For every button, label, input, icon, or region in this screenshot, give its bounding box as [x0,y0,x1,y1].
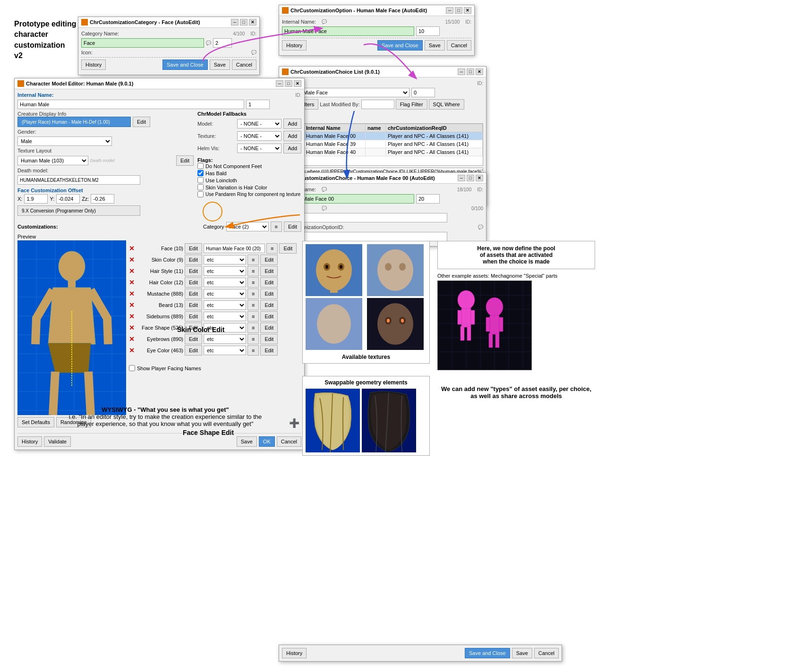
mustache-remove-btn[interactable]: ✕ [129,290,135,298]
eyebrows-remove-btn[interactable]: ✕ [129,335,135,343]
face-edit-btn[interactable]: Edit [185,243,202,254]
haircolor-remove-btn[interactable]: ✕ [129,279,135,286]
mustache-edit-btn[interactable]: Edit [185,289,202,299]
sideburns-edit-btn[interactable]: Edit [185,311,202,322]
edit-category-btn[interactable]: Edit [284,221,301,232]
save-btn[interactable]: Save [210,60,230,70]
eyebrows-edit-btn[interactable]: Edit [185,334,202,344]
close-btn[interactable]: ✕ [476,175,483,181]
flag-filter-btn[interactable]: Flag Filter [396,99,427,110]
faceshape-list-btn[interactable]: ≡ [247,323,259,333]
table-row[interactable]: 20 Human Male Face 00 Player and NPC - A… [283,132,483,140]
maximize-btn[interactable]: □ [240,19,247,26]
flag3-checkbox[interactable] [197,177,204,183]
history-btn[interactable]: History [282,40,307,51]
close-btn[interactable]: ✕ [464,7,471,14]
chr-option-id-input[interactable] [282,232,447,241]
close-btn[interactable]: ✕ [476,68,483,75]
list-view-btn[interactable]: ≡ [271,221,282,232]
cancel-btn[interactable]: Cancel [232,60,256,70]
sideburns-choice-edit-btn[interactable]: Edit [260,311,278,322]
maximize-btn[interactable]: □ [285,80,292,87]
sql-where-btn[interactable]: SQL Where [429,99,464,110]
gender-select[interactable]: Male [17,136,112,146]
creature-display-btn[interactable]: (Player Race) Human - Male Hi-Def (1.00) [17,117,131,127]
haircolor-select[interactable]: etc [204,278,246,287]
helm-add-btn[interactable]: Add [283,143,301,153]
table-row[interactable]: 15431 Human Male Face 39 Player and NPC … [283,140,483,148]
x-input[interactable] [24,194,48,204]
skin-select[interactable]: etc [204,255,246,264]
id-input[interactable] [416,194,440,204]
faceshape-remove-btn[interactable]: ✕ [129,324,135,332]
eyecolor-choice-edit-btn[interactable]: Edit [260,345,278,356]
category-select[interactable]: Face (2) [226,222,269,231]
eyecolor-select[interactable]: etc [204,346,246,355]
minimize-btn[interactable]: ─ [458,68,465,75]
bottom-cancel-btn[interactable]: Cancel [534,648,559,658]
hairstyle-choice-edit-btn[interactable]: Edit [260,266,278,276]
show-player-facing-checkbox[interactable] [129,365,135,371]
z-input[interactable] [91,194,114,204]
minimize-btn[interactable]: ─ [276,80,283,87]
sideburns-list-btn[interactable]: ≡ [247,311,259,322]
hairstyle-remove-btn[interactable]: ✕ [129,267,135,275]
eyecolor-edit-btn[interactable]: Edit [185,345,202,356]
category-name-input[interactable] [81,38,204,48]
ok-btn-editor[interactable]: OK [259,436,275,447]
texture-add-btn[interactable]: Add [283,131,301,141]
hairstyle-list-btn[interactable]: ≡ [247,266,259,276]
filter-id-input[interactable] [411,88,435,97]
table-row[interactable]: 15432 Human Male Face 40 Player and NPC … [283,148,483,156]
flag1-checkbox[interactable] [197,163,204,169]
validate-btn-editor[interactable]: Validate [44,436,71,447]
skin-remove-btn[interactable]: ✕ [129,256,135,264]
beard-select[interactable]: etc [204,300,246,310]
last-modified-input[interactable] [361,100,394,109]
cancel-btn-editor[interactable]: Cancel [277,436,301,447]
save-btn-editor[interactable]: Save [237,436,257,447]
conversion-btn[interactable]: 9.X Conversion (Programmer Only) [17,205,140,216]
bottom-save-close-btn[interactable]: Save and Close [465,648,510,658]
beard-remove-btn[interactable]: ✕ [129,301,135,309]
beard-edit-btn[interactable]: Edit [185,300,202,310]
sideburns-remove-btn[interactable]: ✕ [129,313,135,320]
eyebrows-choice-edit-btn[interactable]: Edit [260,334,278,344]
haircolor-list-btn[interactable]: ≡ [247,277,259,288]
save-close-btn[interactable]: Save and Close [377,40,423,51]
flag4-checkbox[interactable] [197,184,204,190]
maximize-btn[interactable]: □ [455,7,462,14]
cancel-btn[interactable]: Cancel [447,40,471,51]
model-add-btn[interactable]: Add [283,119,301,129]
faceshape-choice-edit-btn[interactable]: Edit [260,323,278,333]
haircolor-choice-edit-btn[interactable]: Edit [260,277,278,288]
hairstyle-select[interactable]: etc [204,266,246,276]
sideburns-select[interactable]: etc [204,312,246,321]
face-choice-edit-btn[interactable]: Edit [279,243,297,254]
name-input[interactable] [282,213,447,222]
eyebrows-select[interactable]: etc [204,334,246,344]
minimize-btn[interactable]: ─ [231,19,239,26]
texture-layout-edit-btn[interactable]: Edit [176,155,194,166]
death-mode-input[interactable] [17,175,140,185]
model-select[interactable]: - NONE - [237,119,281,128]
face-list-btn[interactable]: ≡ [266,243,278,254]
save-btn[interactable]: Save [425,40,445,51]
category-id-input[interactable] [213,38,232,48]
beard-list-btn[interactable]: ≡ [247,300,259,310]
texture-layout-select[interactable]: Human Male (103) [17,156,88,165]
eyebrows-list-btn[interactable]: ≡ [247,334,259,344]
id-input[interactable] [416,26,440,36]
internal-name-input[interactable] [282,26,414,36]
minimize-btn[interactable]: ─ [458,175,465,181]
hairstyle-edit-btn[interactable]: Edit [185,266,202,276]
minimize-btn[interactable]: ─ [446,7,453,14]
flag2-checkbox[interactable] [197,170,204,176]
mustache-list-btn[interactable]: ≡ [247,289,259,299]
mustache-choice-edit-btn[interactable]: Edit [260,289,278,299]
save-close-btn[interactable]: Save and Close [162,60,208,70]
eyecolor-remove-btn[interactable]: ✕ [129,347,135,354]
close-btn[interactable]: ✕ [294,80,301,87]
skin-list-btn[interactable]: ≡ [247,255,259,265]
eyecolor-list-btn[interactable]: ≡ [247,345,259,356]
